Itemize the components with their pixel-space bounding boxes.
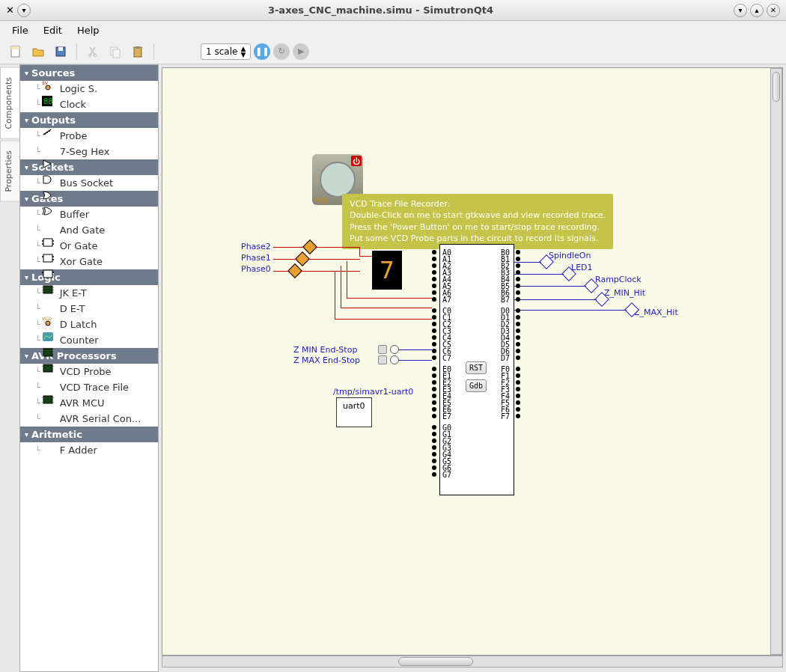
pin-g4[interactable] [432, 452, 436, 456]
menu-edit[interactable]: Edit [36, 23, 70, 37]
pin-a4[interactable] [432, 277, 436, 281]
tree-item-vcd-trace[interactable]: └VCD Trace File [20, 379, 158, 395]
open-file-button[interactable] [28, 42, 48, 61]
pin-e7[interactable] [432, 414, 436, 418]
scrollbar-thumb[interactable] [773, 72, 780, 102]
pin-a5[interactable] [432, 284, 436, 288]
pin-d2[interactable] [516, 322, 520, 326]
pin-c5[interactable] [432, 342, 436, 346]
step-back-button[interactable]: ↻ [273, 43, 290, 60]
tree-item-clock[interactable]: └Clock [20, 97, 158, 112]
cut-button[interactable] [83, 42, 103, 61]
pin-e4[interactable] [432, 394, 436, 398]
pin-f1[interactable] [516, 373, 520, 378]
tab-components[interactable]: Components [0, 67, 19, 139]
scale-selector[interactable]: 1 scale▲▼ [201, 43, 251, 60]
pin-d6[interactable] [516, 349, 520, 353]
pin-b0[interactable] [516, 250, 520, 254]
vertical-scrollbar[interactable] [770, 68, 782, 655]
pin-a3[interactable] [432, 270, 436, 275]
category-logic[interactable]: Logic [20, 269, 158, 285]
pin-b7[interactable] [516, 297, 520, 302]
pin-e2[interactable] [432, 380, 436, 385]
save-file-button[interactable] [51, 42, 70, 61]
chip-gdb-button[interactable]: Gdb [466, 379, 487, 392]
pin-b2[interactable] [516, 263, 520, 268]
pin-f6[interactable] [516, 407, 520, 412]
pin-g6[interactable] [432, 465, 436, 470]
category-avr[interactable]: AVR Processors [20, 348, 158, 364]
minimize-button[interactable]: ▾ [734, 4, 747, 17]
pin-a1[interactable] [432, 257, 436, 261]
pin-c6[interactable] [432, 349, 436, 353]
tree-item-and-gate[interactable]: └And Gate [20, 222, 158, 238]
vcd-power-button[interactable]: ⏻ [351, 156, 362, 166]
scrollbar-thumb[interactable] [398, 657, 473, 666]
pin-a7[interactable] [432, 297, 436, 302]
toggle-zmin[interactable] [378, 345, 387, 354]
chip-rst-button[interactable]: RST [466, 361, 487, 374]
maximize-button[interactable]: ▴ [750, 4, 764, 17]
pin-b1[interactable] [516, 257, 520, 261]
pin-b4[interactable] [516, 277, 520, 281]
pin-g3[interactable] [432, 445, 436, 450]
pin-c3[interactable] [432, 329, 436, 333]
horizontal-scrollbar[interactable] [162, 656, 783, 668]
pin-d5[interactable] [516, 342, 520, 346]
pin-d4[interactable] [516, 335, 520, 340]
pin-c0[interactable] [432, 308, 436, 313]
pin-a6[interactable] [432, 290, 436, 295]
pin-f3[interactable] [516, 387, 520, 391]
pin-d3[interactable] [516, 329, 520, 333]
tree-item-logic-s[interactable]: └Logic S. [20, 81, 158, 97]
pin-c7[interactable] [432, 355, 436, 360]
pin-e6[interactable] [432, 407, 436, 412]
pin-d1[interactable] [516, 315, 520, 320]
pause-button[interactable]: ❚❚ [254, 43, 270, 60]
pin-b6[interactable] [516, 290, 520, 295]
tree-item-xor-gate[interactable]: └Xor Gate [20, 254, 158, 269]
tree-item-avr-serial[interactable]: └AVR Serial Con... [20, 411, 158, 427]
pin-g0[interactable] [432, 425, 436, 430]
pin-f7[interactable] [516, 414, 520, 418]
close-button[interactable]: ✕ [767, 4, 780, 17]
pin-b3[interactable] [516, 270, 520, 275]
pin-e1[interactable] [432, 373, 436, 378]
pin-c2[interactable] [432, 322, 436, 326]
category-gates[interactable]: Gates [20, 191, 158, 207]
play-button[interactable]: ▶ [293, 43, 309, 60]
seven-seg-display[interactable]: 7 [372, 251, 402, 290]
pin-d0[interactable] [516, 308, 520, 313]
tree-item-probe[interactable]: └5VProbe [20, 128, 158, 144]
paste-button[interactable] [128, 42, 147, 61]
pin-c1[interactable] [432, 315, 436, 320]
category-sources[interactable]: Sources [20, 65, 158, 81]
category-outputs[interactable]: Outputs [20, 112, 158, 128]
tree-item-d-latch[interactable]: └D Latch [20, 317, 158, 332]
pin-b5[interactable] [516, 284, 520, 288]
pin-f4[interactable] [516, 394, 520, 398]
tree-item-counter[interactable]: └Counter [20, 332, 158, 348]
window-menu-button[interactable]: ▾ [17, 4, 31, 17]
pin-a0[interactable] [432, 250, 436, 254]
pin-g1[interactable] [432, 432, 436, 436]
copy-button[interactable] [106, 42, 125, 61]
pin-g7[interactable] [432, 472, 436, 477]
uart-box[interactable]: uart0 [336, 397, 372, 427]
pin-g2[interactable] [432, 439, 436, 443]
menu-help[interactable]: Help [70, 23, 107, 37]
category-aritmetic[interactable]: Aritmetic [20, 427, 158, 442]
circuit-canvas[interactable]: ⏻ VCD VCD Trace File Recorder: Double-Cl… [162, 67, 783, 656]
pin-f2[interactable] [516, 380, 520, 385]
tree-item-jk-et[interactable]: └JK E-T [20, 285, 158, 301]
pin-f0[interactable] [516, 367, 520, 371]
pin-e3[interactable] [432, 387, 436, 391]
menu-file[interactable]: File [4, 23, 36, 37]
pin-a2[interactable] [432, 263, 436, 268]
tree-item-vcd-probe[interactable]: └VCDVCD Probe [20, 364, 158, 379]
tree-item-avr-mcu[interactable]: └AVR MCU [20, 395, 158, 411]
pin-e0[interactable] [432, 367, 436, 371]
category-sockets[interactable]: Sockets [20, 159, 158, 175]
toggle-zmax[interactable] [378, 355, 387, 364]
tree-item-d-et[interactable]: └D E-T [20, 301, 158, 317]
